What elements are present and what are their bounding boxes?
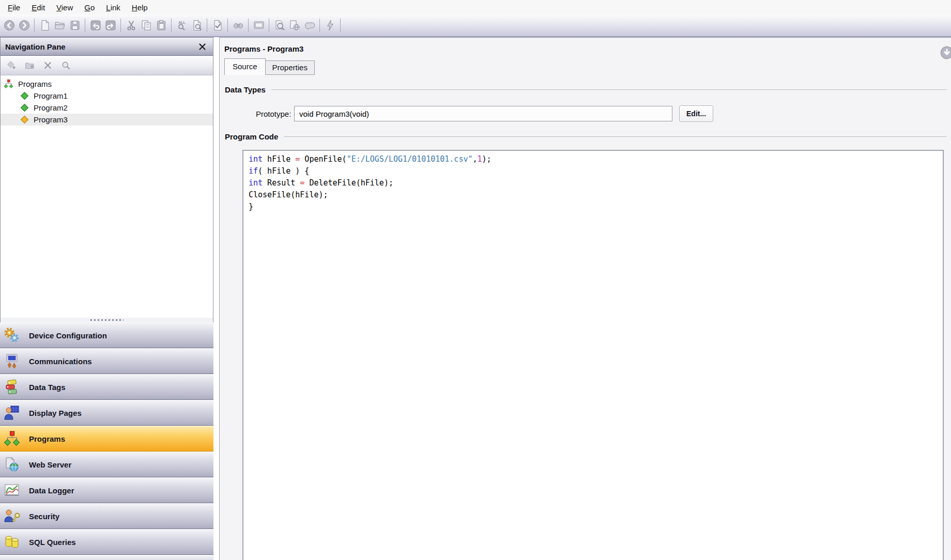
code-editor[interactable]: int hFile = OpenFile("E:/LOGS/LOG1/01010… [242, 150, 944, 560]
diamond-green-icon [20, 91, 29, 100]
diamond-orange-icon [20, 115, 29, 124]
collapse-pane-icon[interactable] [940, 45, 951, 60]
menu-item-link[interactable]: Link [100, 2, 126, 13]
tree-item-label: Program2 [34, 103, 68, 112]
find-icon[interactable] [59, 59, 72, 72]
sidebar-item-label: Data Logger [29, 486, 74, 495]
program-code-label: Program Code [225, 132, 278, 141]
zoom-doc-icon[interactable] [272, 18, 287, 33]
splitter-handle[interactable] [0, 318, 213, 322]
menu-item-file[interactable]: File [2, 2, 26, 13]
diamond-green-icon [20, 103, 29, 112]
toolbar-separator [171, 19, 172, 32]
prototype-label: Prototype: [256, 110, 290, 118]
tab-strip: SourceProperties [224, 60, 951, 75]
toolbar-separator [120, 19, 121, 32]
check-doc-icon[interactable] [210, 18, 225, 33]
sidebar-item-label: Device Configuration [29, 331, 107, 340]
menu-item-view[interactable]: View [51, 2, 79, 13]
code-line: } [249, 201, 943, 213]
navigation-pane-header: Navigation Pane [0, 37, 213, 56]
save-icon[interactable] [67, 18, 82, 33]
edit-button[interactable]: Edit... [679, 105, 713, 122]
sidebar-item-web-server[interactable]: Web Server [0, 452, 213, 477]
toolbar-separator [340, 19, 341, 32]
navigation-pane-toolbar [0, 56, 213, 75]
gears-icon [3, 326, 21, 345]
paste-icon[interactable] [154, 18, 168, 33]
toolbar-separator [269, 19, 269, 32]
sidebar-item-label: SQL Queries [29, 538, 76, 547]
sidebar-item-security[interactable]: Security [0, 503, 213, 529]
prototype-input[interactable] [294, 106, 672, 121]
find-all-icon[interactable]: ALL [174, 18, 189, 33]
pane-divider [213, 37, 219, 560]
code-line: int Result = DeleteFile(hFile); [249, 177, 943, 189]
sidebar-item-sql-queries[interactable]: SQL Queries [0, 529, 213, 555]
toolbar-separator [227, 19, 228, 32]
display-pages-icon [3, 403, 21, 422]
undo-icon[interactable] [88, 18, 103, 33]
data-logger-icon [3, 481, 21, 500]
find-doc-icon[interactable] [189, 18, 204, 33]
new-file-icon[interactable] [37, 18, 52, 33]
nav-section-partial [0, 555, 213, 560]
code-line: if( hFile ) { [249, 165, 943, 177]
sidebar-item-label: Data Tags [29, 383, 66, 392]
splitter-dots [90, 319, 124, 321]
copy-icon[interactable] [139, 18, 154, 33]
application-window: FileEditViewGoLinkHelp ALL Navigation Pa… [0, 0, 951, 560]
menu-item-edit[interactable]: Edit [26, 2, 51, 13]
lightning-icon[interactable] [323, 18, 338, 33]
sql-icon [3, 533, 21, 551]
tree-item-label: Program3 [34, 115, 68, 124]
web-doc-icon[interactable] [287, 18, 302, 33]
menu-item-help[interactable]: Help [126, 2, 154, 13]
workspace: Navigation Pane ProgramsProgram1Program2… [0, 37, 951, 560]
tree-item-program3[interactable]: Program3 [1, 114, 213, 126]
delete-icon[interactable] [41, 59, 54, 72]
redo-icon[interactable] [103, 18, 118, 33]
toolbar-separator [319, 19, 320, 32]
sidebar-item-data-logger[interactable]: Data Logger [0, 477, 213, 503]
tree-item-label: Programs [18, 80, 52, 88]
toolbar-separator [248, 19, 249, 32]
sidebar-item-label: Programs [29, 434, 65, 443]
sidebar-item-label: Communications [29, 357, 92, 366]
open-icon[interactable] [52, 18, 67, 33]
tab-source[interactable]: Source [224, 58, 266, 75]
org-chart-icon [4, 79, 13, 89]
sidebar-item-data-tags[interactable]: Data Tags [0, 374, 213, 400]
tab-properties[interactable]: Properties [265, 60, 315, 75]
main-pane: Programs - Program3 SourceProperties Dat… [219, 37, 951, 560]
tree-item-programs[interactable]: Programs [1, 78, 213, 90]
sidebar-item-label: Display Pages [29, 409, 82, 417]
menu-item-go[interactable]: Go [79, 2, 100, 13]
sidebar-item-device-configuration[interactable]: Device Configuration [0, 322, 213, 348]
web-server-icon [3, 455, 21, 474]
cut-icon[interactable] [124, 18, 139, 33]
sidebar-item-label: Web Server [29, 460, 71, 469]
shape-icon[interactable] [302, 18, 317, 33]
prototype-row: Prototype: Edit... [256, 105, 951, 122]
new-folder-icon[interactable] [23, 59, 36, 72]
navigation-tree: ProgramsProgram1Program2Program3 [0, 75, 213, 318]
tree-item-program1[interactable]: Program1 [1, 90, 213, 102]
code-line: CloseFile(hFile); [249, 189, 943, 201]
back-icon[interactable] [2, 18, 17, 33]
toolbar-separator [207, 19, 207, 32]
data-types-label: Data Types [225, 85, 266, 94]
new-item-icon[interactable] [5, 59, 18, 72]
monitor-icon[interactable] [251, 18, 266, 33]
sidebar-item-programs[interactable]: Programs [0, 426, 213, 452]
security-icon [3, 507, 21, 525]
forward-icon[interactable] [17, 18, 32, 33]
binoculars-icon[interactable] [231, 18, 246, 33]
code-line: int hFile = OpenFile("E:/LOGS/LOG1/01010… [249, 153, 943, 165]
sidebar-item-display-pages[interactable]: Display Pages [0, 400, 213, 426]
tags-icon [3, 378, 21, 396]
sidebar-item-communications[interactable]: Communications [0, 348, 213, 374]
tree-item-program2[interactable]: Program2 [1, 102, 213, 114]
close-icon[interactable] [196, 41, 208, 52]
svg-text:ALL: ALL [178, 21, 186, 24]
